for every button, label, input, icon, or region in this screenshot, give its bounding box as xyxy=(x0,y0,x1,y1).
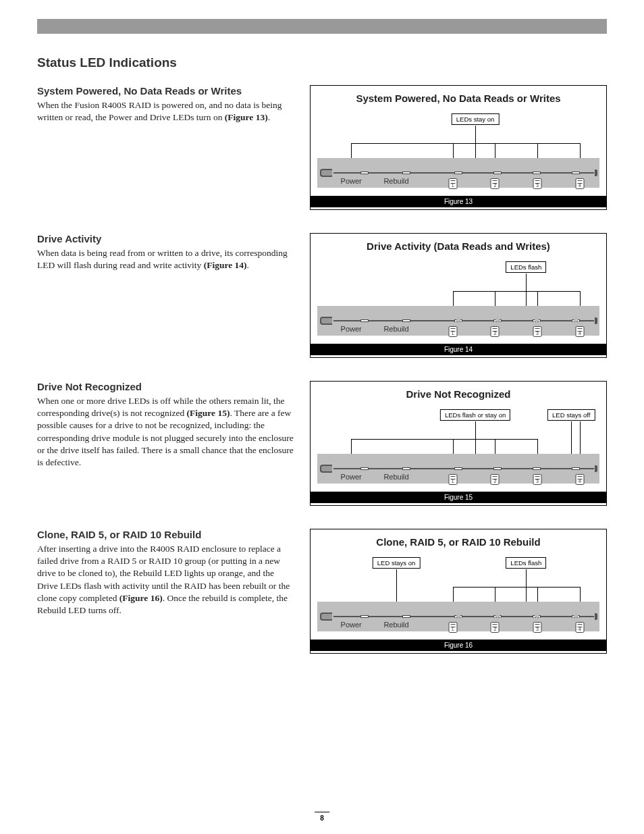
section: Drive Not RecognizedWhen one or more dri… xyxy=(37,381,607,506)
section-body: After inserting a drive into the R400S R… xyxy=(37,543,294,617)
led-indicator xyxy=(572,467,580,470)
text-column: Clone, RAID 5, or RAID 10 RebuildAfter i… xyxy=(37,529,294,617)
drive-number: 3 xyxy=(534,330,541,336)
leader-line xyxy=(453,587,580,588)
drive-number: 2 xyxy=(491,478,499,484)
body-bold: (Figure 13) xyxy=(225,112,268,122)
text-column: Drive ActivityWhen data is being read fr… xyxy=(37,233,294,271)
body-post: . xyxy=(268,112,270,122)
drive-icon: 2 xyxy=(491,622,500,633)
figure: System Powered, No Data Reads or WritesL… xyxy=(310,85,607,210)
led-indicator xyxy=(572,172,580,174)
page-title: Status LED Indications xyxy=(37,55,607,70)
drive-number: 2 xyxy=(491,330,499,336)
led-indicator xyxy=(402,615,410,618)
leader-line xyxy=(351,143,580,144)
callout: LED stays off xyxy=(547,409,595,421)
power-label: Power xyxy=(341,621,362,629)
drive-number: 3 xyxy=(534,478,541,484)
drive-icon: 3 xyxy=(533,622,542,633)
figure: Drive Activity (Data Reads and Writes)LE… xyxy=(310,233,607,358)
label-row: PowerRebuild1234 xyxy=(317,325,599,337)
section: Drive ActivityWhen data is being read fr… xyxy=(37,233,607,358)
led-indicator xyxy=(533,172,541,174)
led-indicator xyxy=(360,172,369,174)
header-bar xyxy=(37,19,607,34)
drive-icon: 1 xyxy=(448,178,457,189)
figure: Clone, RAID 5, or RAID 10 RebuildLED sta… xyxy=(310,529,607,654)
figure-caption: Figure 15 xyxy=(311,492,606,503)
section: System Powered, No Data Reads or WritesW… xyxy=(37,85,607,210)
diagram: LED stays onLEDs flash✶✶✶✶PowerRebuild12… xyxy=(317,552,599,640)
diagram: LEDs stay onPowerRebuild1234 xyxy=(317,108,599,196)
chassis: ✶✶✶✶PowerRebuild1234 xyxy=(317,306,599,336)
section-heading: Drive Not Recognized xyxy=(37,381,294,392)
led-indicator xyxy=(360,467,369,470)
led-indicator xyxy=(493,172,502,174)
callout: LEDs stay on xyxy=(452,113,500,125)
led-indicator xyxy=(454,467,462,470)
figure-title: System Powered, No Data Reads or Writes xyxy=(311,86,606,108)
diagram: LEDs flash✶✶✶✶PowerRebuild1234 xyxy=(317,256,599,344)
led-indicator xyxy=(454,172,462,174)
drive-icon: 4 xyxy=(575,178,584,189)
drive-icon: 4 xyxy=(575,622,584,633)
power-label: Power xyxy=(341,473,362,481)
chassis: PowerRebuild1234 xyxy=(317,454,599,484)
drive-icon: 1 xyxy=(448,474,457,485)
drive-icon: 3 xyxy=(533,326,542,337)
label-row: PowerRebuild1234 xyxy=(317,177,599,189)
diagram: LEDs flash or stay onLED stays offPowerR… xyxy=(317,404,599,492)
figure-caption: Figure 16 xyxy=(311,640,606,651)
section-heading: Clone, RAID 5, or RAID 10 Rebuild xyxy=(37,529,294,540)
drive-number: 3 xyxy=(534,626,541,632)
led-indicator xyxy=(360,319,369,322)
drive-icon: 2 xyxy=(491,178,500,189)
callout: LEDs flash xyxy=(506,557,546,569)
chassis: ✶✶✶✶PowerRebuild1234 xyxy=(317,602,599,631)
label-row: PowerRebuild1234 xyxy=(317,473,599,485)
led-indicator xyxy=(402,467,410,470)
rebuild-label: Rebuild xyxy=(383,325,408,333)
rebuild-label: Rebuild xyxy=(383,177,408,185)
drive-icon: 1 xyxy=(448,622,457,633)
drive-number: 1 xyxy=(449,626,456,632)
body-pre: When data is being read from or written … xyxy=(37,248,288,270)
led-indicator xyxy=(360,615,369,618)
drive-icon: 1 xyxy=(448,326,457,337)
callout: LEDs flash xyxy=(506,261,546,273)
drive-number: 1 xyxy=(449,182,456,188)
drive-icon: 4 xyxy=(575,326,584,337)
section-body: When the Fusion R400S RAID is powered on… xyxy=(37,99,294,124)
power-label: Power xyxy=(341,325,362,333)
drive-icon: 3 xyxy=(533,178,542,189)
drive-icon: 3 xyxy=(533,474,542,485)
drive-number: 4 xyxy=(576,478,583,484)
drive-number: 1 xyxy=(449,330,456,336)
figure: Drive Not RecognizedLEDs flash or stay o… xyxy=(310,381,607,506)
section-heading: System Powered, No Data Reads or Writes xyxy=(37,85,294,97)
led-indicator xyxy=(533,467,541,470)
drive-number: 1 xyxy=(449,478,456,484)
led-indicator xyxy=(493,467,502,470)
drive-number: 3 xyxy=(534,182,541,188)
section-body: When data is being read from or written … xyxy=(37,247,294,271)
section-body: When one or more drive LEDs is off while… xyxy=(37,395,294,469)
page-number: 8 xyxy=(315,812,329,822)
drive-number: 2 xyxy=(491,182,499,188)
rebuild-label: Rebuild xyxy=(383,473,408,481)
section: Clone, RAID 5, or RAID 10 RebuildAfter i… xyxy=(37,529,607,654)
drive-icon: 2 xyxy=(491,474,500,485)
led-indicator xyxy=(402,319,410,322)
figure-title: Clone, RAID 5, or RAID 10 Rebuild xyxy=(311,529,606,552)
leader-line xyxy=(453,291,580,292)
chassis: PowerRebuild1234 xyxy=(317,158,599,188)
body-bold: (Figure 15) xyxy=(187,408,230,418)
body-post: . xyxy=(247,260,249,270)
drive-number: 4 xyxy=(576,626,583,632)
figure-title: Drive Activity (Data Reads and Writes) xyxy=(311,234,606,256)
text-column: Drive Not RecognizedWhen one or more dri… xyxy=(37,381,294,469)
power-label: Power xyxy=(341,177,362,185)
drive-icon: 2 xyxy=(491,326,500,337)
section-heading: Drive Activity xyxy=(37,233,294,244)
